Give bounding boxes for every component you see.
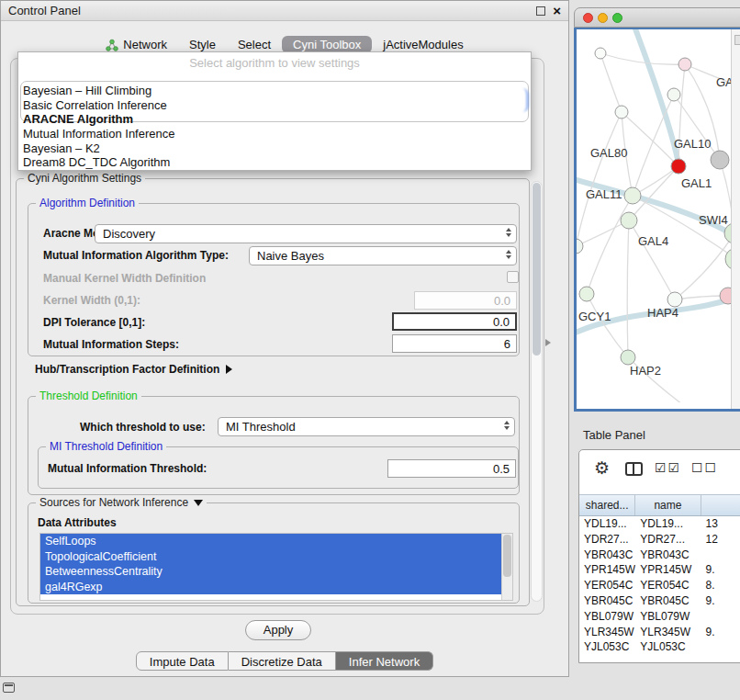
select-columns-unchecked-icon[interactable]: ☐☐ bbox=[691, 460, 718, 475]
network-edge[interactable] bbox=[587, 196, 633, 294]
select-columns-checked-icon[interactable]: ☑☑ bbox=[655, 460, 681, 475]
network-node[interactable] bbox=[711, 151, 729, 169]
network-edge[interactable] bbox=[678, 64, 685, 166]
node-label: HAP4 bbox=[647, 306, 678, 320]
sources-group-title[interactable]: Sources for Network Inference bbox=[36, 496, 207, 509]
close-window-icon[interactable]: × bbox=[553, 2, 561, 20]
bottom-tab-impute-data[interactable]: Impute Data bbox=[136, 651, 229, 671]
mi-threshold-field[interactable]: 0.5 bbox=[387, 459, 516, 478]
table-cell: YDR27... bbox=[635, 532, 701, 548]
network-node[interactable] bbox=[667, 88, 680, 101]
sources-group: Sources for Network Inference Data Attri… bbox=[28, 502, 520, 604]
network-edge[interactable] bbox=[633, 95, 674, 196]
dpi-tolerance-field[interactable]: 0.0 bbox=[392, 312, 517, 331]
attribute-item[interactable]: TopologicalCoefficient bbox=[40, 549, 502, 565]
kernel-width-label: Kernel Width (0,1): bbox=[43, 294, 140, 307]
mi-steps-field[interactable]: 6 bbox=[392, 334, 517, 353]
algorithm-option[interactable]: Bayesian – Hill Climbing bbox=[20, 84, 529, 98]
kernel-width-field[interactable]: 0.0 bbox=[414, 291, 517, 310]
network-node[interactable] bbox=[595, 48, 606, 59]
window-buttons: × bbox=[536, 1, 561, 21]
attribute-item[interactable]: BetweennessCentrality bbox=[40, 564, 502, 580]
network-node[interactable] bbox=[624, 187, 641, 204]
network-node[interactable] bbox=[671, 159, 686, 174]
network-window-titlebar[interactable] bbox=[574, 7, 740, 28]
table-row[interactable]: YBR043CYBR043C bbox=[579, 548, 740, 563]
network-edge[interactable] bbox=[600, 53, 622, 112]
table-row[interactable]: YBR045CYBR045C9. bbox=[579, 593, 740, 609]
algorithm-option[interactable]: ARACNE Algorithm bbox=[20, 112, 529, 127]
data-attributes-list[interactable]: SelfLoopsTopologicalCoefficientBetweenne… bbox=[39, 533, 513, 601]
network-node[interactable] bbox=[577, 239, 583, 254]
table-row[interactable]: YBL079WYBL079W bbox=[579, 609, 740, 625]
network-node[interactable] bbox=[579, 287, 594, 301]
attribute-item[interactable]: gal4RGexp bbox=[40, 580, 502, 595]
network-scrollbar[interactable] bbox=[731, 29, 740, 409]
apply-button[interactable]: Apply bbox=[245, 620, 311, 640]
table-row[interactable]: YDL19...YDL19...13 bbox=[579, 516, 740, 532]
table-row[interactable]: YJL053CYJL053C bbox=[579, 639, 740, 655]
algorithm-option[interactable]: Mutual Information Inference bbox=[20, 127, 529, 141]
sources-title-text: Sources for Network Inference bbox=[39, 496, 188, 509]
table-cell: YJL053C bbox=[579, 639, 635, 655]
network-node[interactable] bbox=[667, 292, 682, 307]
table-cell: 12 bbox=[701, 532, 740, 548]
network-node[interactable] bbox=[621, 212, 637, 229]
algorithm-option[interactable]: Bayesian – K2 bbox=[20, 141, 529, 156]
node-label: GAL80 bbox=[590, 146, 627, 160]
mi-algorithm-type-select[interactable]: Naive Bayes bbox=[249, 246, 517, 265]
algorithm-options-list: Bayesian – Hill ClimbingBasic Correlatio… bbox=[20, 84, 529, 170]
network-node[interactable] bbox=[678, 58, 691, 71]
manual-kernel-width-checkbox[interactable] bbox=[507, 271, 519, 283]
column-header[interactable]: name bbox=[635, 495, 701, 515]
cyni-algorithm-settings-group: Cyni Algorithm Settings Algorithm Defini… bbox=[16, 178, 530, 606]
table-panel-window: ⚙ ☑☑ ☐☐ shared...name YDL19...YDL19...13… bbox=[578, 449, 740, 663]
mac-close-icon[interactable] bbox=[583, 13, 593, 23]
network-node[interactable] bbox=[621, 350, 635, 365]
hub-definition-expander[interactable]: Hub/Transcription Factor Definition bbox=[35, 363, 232, 376]
column-layout-icon[interactable] bbox=[625, 462, 643, 476]
column-header[interactable] bbox=[701, 495, 740, 515]
algorithm-placeholder: Select algorithm to view settings bbox=[18, 56, 531, 70]
mac-minimize-icon[interactable] bbox=[598, 13, 608, 23]
table-cell: YDL19... bbox=[635, 516, 701, 532]
table-row[interactable]: YPR145WYPR145W9. bbox=[579, 562, 740, 578]
column-header[interactable]: shared... bbox=[579, 495, 635, 515]
which-threshold-select[interactable]: MI Threshold bbox=[218, 417, 515, 436]
bottom-tab-infer-network[interactable]: Infer Network bbox=[336, 651, 433, 671]
aracne-mode-select[interactable]: Discovery bbox=[95, 224, 517, 243]
algorithm-option[interactable]: Basic Correlation Inference bbox=[20, 98, 529, 113]
threshold-definition-title: Threshold Definition bbox=[36, 390, 141, 402]
scrollbar-thumb[interactable] bbox=[503, 535, 511, 577]
collapsed-panel-icon[interactable] bbox=[3, 683, 15, 693]
control-panel-window: Control Panel × NetworkStyleSelectCyni T… bbox=[0, 0, 569, 677]
threshold-definition-group: Threshold Definition Which threshold to … bbox=[28, 396, 520, 495]
node-label: SWI4 bbox=[699, 213, 728, 227]
table-row[interactable]: YER054CYER054C8. bbox=[579, 578, 740, 593]
gear-icon[interactable]: ⚙ bbox=[594, 457, 610, 479]
network-node[interactable] bbox=[615, 106, 628, 119]
dpi-tolerance-label: DPI Tolerance [0,1]: bbox=[43, 316, 145, 329]
scrollbar-thumb[interactable] bbox=[533, 183, 541, 356]
settings-group-title: Cyni Algorithm Settings bbox=[24, 172, 145, 185]
settings-scrollbar[interactable] bbox=[531, 181, 543, 602]
panel-expand-arrow-icon[interactable] bbox=[545, 339, 551, 346]
table-cell bbox=[701, 609, 740, 625]
table-row[interactable]: YDR27...YDR27...12 bbox=[579, 532, 740, 548]
network-edge[interactable] bbox=[577, 220, 629, 246]
scrollbar-arrow-box[interactable] bbox=[734, 35, 740, 45]
table-row[interactable]: YLR345WYLR345W9. bbox=[579, 625, 740, 640]
algorithm-option[interactable]: Dream8 DC_TDC Algorithm bbox=[20, 155, 529, 170]
bottom-tab-discretize-data[interactable]: Discretize Data bbox=[229, 651, 336, 671]
float-window-icon[interactable] bbox=[536, 6, 545, 16]
table-cell: YPR145W bbox=[635, 562, 701, 578]
network-canvas[interactable]: GALGAL80GAL10GAL1GAL11SWI4GAL4GCY1HAP4HA… bbox=[577, 29, 731, 402]
tab-label: Network bbox=[123, 38, 167, 51]
network-edge[interactable] bbox=[627, 220, 629, 357]
table-cell: YLR345W bbox=[579, 625, 635, 640]
network-edge[interactable] bbox=[629, 220, 675, 299]
mac-zoom-icon[interactable] bbox=[612, 13, 622, 23]
attributes-scrollbar[interactable] bbox=[501, 534, 512, 600]
table-cell: YBR045C bbox=[579, 593, 635, 609]
attribute-item[interactable]: SelfLoops bbox=[40, 534, 502, 549]
